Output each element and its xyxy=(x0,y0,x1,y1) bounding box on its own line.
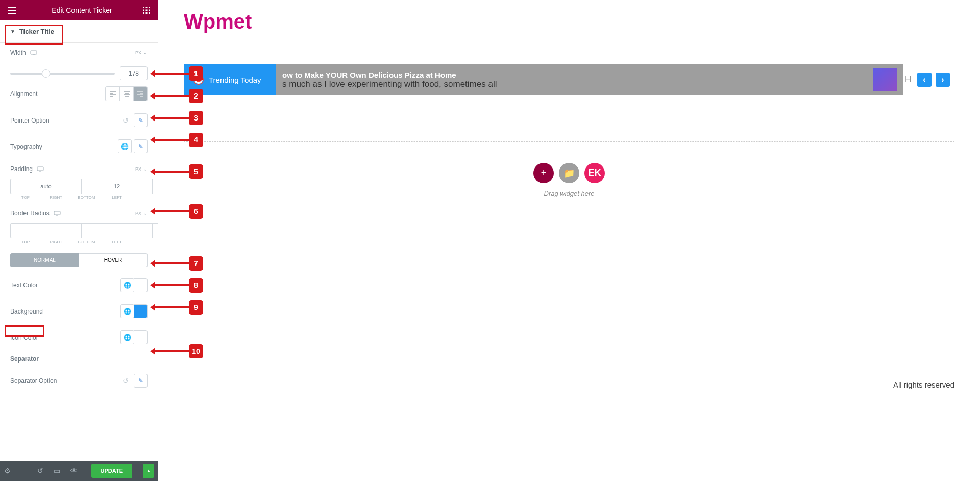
padding-top-input[interactable] xyxy=(10,179,81,194)
iconcolor-label: Icon Color xyxy=(10,334,38,341)
svg-rect-10 xyxy=(37,167,43,171)
align-right-button[interactable] xyxy=(133,87,147,101)
separator-row: Separator Option ↺ ✎ xyxy=(0,368,158,394)
padding-label: Padding xyxy=(10,165,44,173)
reset-icon[interactable]: ↺ xyxy=(122,116,129,125)
textcolor-label: Text Color xyxy=(10,282,38,289)
radius-unit[interactable]: PX⌄ xyxy=(135,211,148,216)
caret-down-icon: ▼ xyxy=(10,29,15,34)
width-slider[interactable] xyxy=(10,73,115,75)
padding-right-input[interactable] xyxy=(81,179,152,194)
pointer-row: Pointer Option ↺ ✎ xyxy=(0,107,158,133)
ticker-nav: ‹ › xyxy=(913,64,954,95)
align-left-button[interactable] xyxy=(106,87,119,101)
background-swatch[interactable] xyxy=(134,304,148,318)
svg-rect-6 xyxy=(143,12,144,14)
sidebar-title: Edit Content Ticker xyxy=(21,6,143,14)
svg-rect-3 xyxy=(143,10,144,11)
svg-rect-9 xyxy=(31,51,37,54)
svg-rect-11 xyxy=(54,211,60,215)
sidebar-header: Edit Content Ticker xyxy=(0,0,158,20)
svg-rect-4 xyxy=(146,10,148,11)
editor-canvas: Wpmet Trending Today ow to Make YOUR Own… xyxy=(158,0,980,481)
ticker-prev-button[interactable]: ‹ xyxy=(917,73,932,87)
width-unit[interactable]: PX ⌄ xyxy=(135,50,148,55)
textcolor-row: Text Color 🌐 xyxy=(0,272,158,298)
footer-rights: All rights reserved xyxy=(893,380,954,389)
sidebar-footer: ⚙ ≣ ↺ ▭ 👁 UPDATE ▲ xyxy=(0,461,158,481)
ticker-headline: ow to Make YOUR Own Delicious Pizza at H… xyxy=(282,70,497,79)
desktop-icon[interactable] xyxy=(30,50,37,55)
globe-icon[interactable]: 🌐 xyxy=(120,330,134,344)
radius-sublabels: TOPRIGHTBOTTOMLEFT xyxy=(0,238,158,248)
slider-thumb[interactable] xyxy=(42,69,50,78)
width-input[interactable] xyxy=(120,66,148,80)
apps-icon[interactable] xyxy=(143,7,150,14)
padding-header-row: Padding PX⌄ xyxy=(0,159,158,179)
background-row: Background 🌐 xyxy=(0,298,158,324)
width-slider-row xyxy=(0,62,158,80)
padding-sublabels: TOPRIGHTBOTTOMLEFT xyxy=(0,194,158,204)
svg-rect-2 xyxy=(149,7,150,8)
desktop-icon[interactable] xyxy=(54,211,61,216)
settings-icon[interactable]: ⚙ xyxy=(4,467,11,475)
alignment-row: Alignment xyxy=(0,80,158,107)
section-ticker-title[interactable]: ▼ Ticker Title xyxy=(0,20,158,43)
template-button[interactable]: 📁 xyxy=(559,163,579,183)
desktop-icon[interactable] xyxy=(37,166,44,172)
globe-icon[interactable]: 🌐 xyxy=(120,304,134,318)
alignment-buttons xyxy=(105,86,148,101)
svg-rect-5 xyxy=(149,10,150,11)
background-label: Background xyxy=(10,308,43,315)
ticker-label-text: Trending Today xyxy=(209,76,261,84)
textcolor-swatch[interactable] xyxy=(134,278,148,292)
separator-label: Separator Option xyxy=(10,377,57,384)
svg-rect-8 xyxy=(149,12,150,14)
radius-inputs: 🔗 xyxy=(0,223,158,238)
align-center-button[interactable] xyxy=(119,87,133,101)
width-label: Width xyxy=(10,49,37,56)
padding-bottom-input[interactable] xyxy=(152,179,158,194)
alignment-label: Alignment xyxy=(10,90,37,98)
reset-icon[interactable]: ↺ xyxy=(122,377,129,385)
typography-row: Typography 🌐 ✎ xyxy=(0,133,158,159)
history-icon[interactable]: ↺ xyxy=(37,467,43,475)
pointer-label: Pointer Option xyxy=(10,117,50,124)
radius-label: Border Radius xyxy=(10,210,61,217)
sidebar-content: ▼ Ticker Title Width PX ⌄ Alignment xyxy=(0,20,158,481)
preview-icon[interactable]: 👁 xyxy=(70,467,78,475)
responsive-icon[interactable]: ▭ xyxy=(54,467,60,475)
update-button[interactable]: UPDATE xyxy=(91,464,132,478)
radius-right-input[interactable] xyxy=(81,223,152,238)
ticker-label: Trending Today xyxy=(184,64,276,95)
menu-icon[interactable] xyxy=(8,7,16,14)
iconcolor-swatch[interactable] xyxy=(134,330,148,344)
pointer-edit-button[interactable]: ✎ xyxy=(134,113,148,127)
separator-title: Separator xyxy=(0,350,158,368)
globe-icon[interactable]: 🌐 xyxy=(118,139,132,153)
radius-top-input[interactable] xyxy=(10,223,81,238)
typography-label: Typography xyxy=(10,143,42,150)
update-caret[interactable]: ▲ xyxy=(143,464,154,478)
radius-bottom-input[interactable] xyxy=(152,223,158,238)
ticker-next-button[interactable]: › xyxy=(936,73,950,87)
ticker-thumbnail xyxy=(873,68,897,91)
add-section-button[interactable]: + xyxy=(533,163,554,183)
content-ticker-widget[interactable]: Trending Today ow to Make YOUR Own Delic… xyxy=(184,64,954,95)
tab-normal[interactable]: NORMAL xyxy=(10,253,79,267)
drop-zone[interactable]: + 📁 EK Drag widget here xyxy=(184,141,954,218)
ticker-content: ow to Make YOUR Own Delicious Pizza at H… xyxy=(276,64,903,95)
drop-text: Drag widget here xyxy=(544,189,595,197)
ticker-dot-icon xyxy=(194,76,203,84)
navigator-icon[interactable]: ≣ xyxy=(21,467,27,475)
svg-rect-7 xyxy=(146,12,148,14)
svg-rect-1 xyxy=(146,7,148,8)
separator-edit-button[interactable]: ✎ xyxy=(134,374,148,388)
padding-unit[interactable]: PX⌄ xyxy=(135,166,148,172)
tab-hover[interactable]: HOVER xyxy=(79,253,148,267)
elementskit-button[interactable]: EK xyxy=(584,163,605,183)
page-title: Wpmet xyxy=(184,10,954,33)
typography-edit-button[interactable]: ✎ xyxy=(134,139,148,153)
radius-header-row: Border Radius PX⌄ xyxy=(0,204,158,223)
globe-icon[interactable]: 🌐 xyxy=(120,278,134,292)
